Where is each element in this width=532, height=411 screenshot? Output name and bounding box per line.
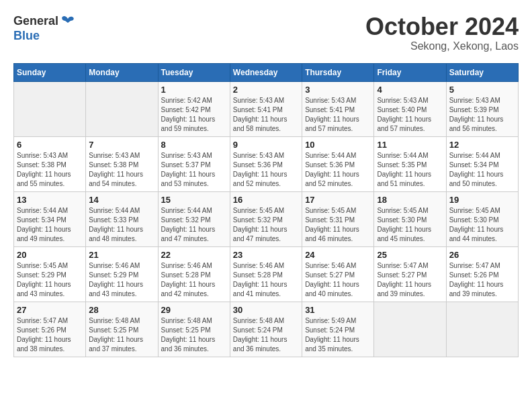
calendar-cell: 11Sunrise: 5:44 AM Sunset: 5:35 PM Dayli… (374, 136, 446, 191)
day-info: Sunrise: 5:48 AM Sunset: 5:24 PM Dayligh… (233, 316, 299, 354)
calendar-cell: 29Sunrise: 5:48 AM Sunset: 5:25 PM Dayli… (158, 302, 230, 357)
calendar-cell: 10Sunrise: 5:44 AM Sunset: 5:36 PM Dayli… (302, 136, 374, 191)
calendar-header: SundayMondayTuesdayWednesdayThursdayFrid… (14, 63, 519, 81)
day-number: 21 (89, 250, 154, 260)
day-number: 3 (305, 85, 371, 95)
day-info: Sunrise: 5:47 AM Sunset: 5:27 PM Dayligh… (377, 261, 443, 299)
day-number: 19 (449, 195, 515, 205)
calendar-week-3: 13Sunrise: 5:44 AM Sunset: 5:34 PM Dayli… (14, 191, 519, 246)
calendar-cell: 25Sunrise: 5:47 AM Sunset: 5:27 PM Dayli… (374, 246, 446, 302)
calendar-week-1: 1Sunrise: 5:42 AM Sunset: 5:42 PM Daylig… (14, 81, 519, 136)
day-number: 17 (305, 195, 371, 205)
calendar-cell: 3Sunrise: 5:43 AM Sunset: 5:41 PM Daylig… (302, 81, 374, 136)
day-info: Sunrise: 5:44 AM Sunset: 5:34 PM Dayligh… (449, 151, 515, 189)
day-info: Sunrise: 5:44 AM Sunset: 5:32 PM Dayligh… (161, 206, 227, 244)
day-number: 29 (161, 305, 227, 315)
day-of-week-monday: Monday (86, 63, 158, 81)
calendar-cell: 6Sunrise: 5:43 AM Sunset: 5:38 PM Daylig… (14, 136, 86, 191)
calendar-cell: 20Sunrise: 5:45 AM Sunset: 5:29 PM Dayli… (14, 246, 86, 302)
day-of-week-saturday: Saturday (446, 63, 518, 81)
day-info: Sunrise: 5:45 AM Sunset: 5:32 PM Dayligh… (233, 206, 299, 244)
day-number: 15 (161, 195, 227, 205)
day-number: 11 (377, 140, 443, 150)
calendar-cell: 9Sunrise: 5:43 AM Sunset: 5:36 PM Daylig… (230, 136, 302, 191)
main-title: October 2024 (365, 13, 519, 40)
calendar-body: 1Sunrise: 5:42 AM Sunset: 5:42 PM Daylig… (14, 81, 519, 357)
calendar-cell: 12Sunrise: 5:44 AM Sunset: 5:34 PM Dayli… (446, 136, 518, 191)
day-number: 22 (161, 250, 227, 260)
calendar-cell: 27Sunrise: 5:47 AM Sunset: 5:26 PM Dayli… (14, 302, 86, 357)
calendar-cell: 28Sunrise: 5:48 AM Sunset: 5:25 PM Dayli… (86, 302, 158, 357)
calendar-cell: 4Sunrise: 5:43 AM Sunset: 5:40 PM Daylig… (374, 81, 446, 136)
calendar-cell: 2Sunrise: 5:43 AM Sunset: 5:41 PM Daylig… (230, 81, 302, 136)
day-info: Sunrise: 5:43 AM Sunset: 5:38 PM Dayligh… (89, 151, 154, 189)
calendar-cell: 22Sunrise: 5:46 AM Sunset: 5:28 PM Dayli… (158, 246, 230, 302)
calendar-cell: 14Sunrise: 5:44 AM Sunset: 5:33 PM Dayli… (86, 191, 158, 246)
subtitle: Sekong, Xekong, Laos (365, 40, 519, 52)
calendar-week-4: 20Sunrise: 5:45 AM Sunset: 5:29 PM Dayli… (14, 246, 519, 302)
day-info: Sunrise: 5:42 AM Sunset: 5:42 PM Dayligh… (161, 96, 227, 134)
logo-general-text: General (13, 15, 58, 28)
calendar-cell (446, 302, 518, 357)
day-of-week-tuesday: Tuesday (158, 63, 230, 81)
calendar-week-5: 27Sunrise: 5:47 AM Sunset: 5:26 PM Dayli… (14, 302, 519, 357)
calendar-cell: 8Sunrise: 5:43 AM Sunset: 5:37 PM Daylig… (158, 136, 230, 191)
day-info: Sunrise: 5:46 AM Sunset: 5:27 PM Dayligh… (305, 261, 371, 299)
day-info: Sunrise: 5:45 AM Sunset: 5:29 PM Dayligh… (17, 261, 83, 299)
day-number: 12 (449, 140, 515, 150)
day-info: Sunrise: 5:43 AM Sunset: 5:41 PM Dayligh… (305, 96, 371, 134)
day-info: Sunrise: 5:47 AM Sunset: 5:26 PM Dayligh… (17, 316, 83, 354)
day-info: Sunrise: 5:45 AM Sunset: 5:31 PM Dayligh… (305, 206, 371, 244)
day-info: Sunrise: 5:46 AM Sunset: 5:29 PM Dayligh… (89, 261, 154, 299)
day-number: 5 (449, 85, 515, 95)
day-info: Sunrise: 5:44 AM Sunset: 5:33 PM Dayligh… (89, 206, 154, 244)
calendar-cell: 17Sunrise: 5:45 AM Sunset: 5:31 PM Dayli… (302, 191, 374, 246)
day-number: 13 (17, 195, 83, 205)
logo-blue-text: Blue (13, 30, 76, 43)
calendar-cell: 19Sunrise: 5:45 AM Sunset: 5:30 PM Dayli… (446, 191, 518, 246)
day-info: Sunrise: 5:48 AM Sunset: 5:25 PM Dayligh… (161, 316, 227, 354)
day-number: 4 (377, 85, 443, 95)
calendar-cell: 23Sunrise: 5:46 AM Sunset: 5:28 PM Dayli… (230, 246, 302, 302)
day-number: 14 (89, 195, 154, 205)
calendar-cell: 24Sunrise: 5:46 AM Sunset: 5:27 PM Dayli… (302, 246, 374, 302)
calendar-cell (86, 81, 158, 136)
day-info: Sunrise: 5:43 AM Sunset: 5:40 PM Dayligh… (377, 96, 443, 134)
day-info: Sunrise: 5:45 AM Sunset: 5:30 PM Dayligh… (449, 206, 515, 244)
day-number: 31 (305, 305, 371, 315)
calendar-table: SundayMondayTuesdayWednesdayThursdayFrid… (13, 63, 519, 357)
day-number: 27 (17, 305, 83, 315)
day-info: Sunrise: 5:44 AM Sunset: 5:34 PM Dayligh… (17, 206, 83, 244)
days-of-week-row: SundayMondayTuesdayWednesdayThursdayFrid… (14, 63, 519, 81)
day-info: Sunrise: 5:43 AM Sunset: 5:38 PM Dayligh… (17, 151, 83, 189)
day-of-week-sunday: Sunday (14, 63, 86, 81)
day-info: Sunrise: 5:47 AM Sunset: 5:26 PM Dayligh… (449, 261, 515, 299)
day-info: Sunrise: 5:48 AM Sunset: 5:25 PM Dayligh… (89, 316, 154, 354)
day-number: 18 (377, 195, 443, 205)
day-number: 30 (233, 305, 299, 315)
day-number: 6 (17, 140, 83, 150)
day-info: Sunrise: 5:46 AM Sunset: 5:28 PM Dayligh… (161, 261, 227, 299)
calendar-cell: 5Sunrise: 5:43 AM Sunset: 5:39 PM Daylig… (446, 81, 518, 136)
calendar-cell: 18Sunrise: 5:45 AM Sunset: 5:30 PM Dayli… (374, 191, 446, 246)
calendar-cell: 30Sunrise: 5:48 AM Sunset: 5:24 PM Dayli… (230, 302, 302, 357)
calendar-cell: 31Sunrise: 5:49 AM Sunset: 5:24 PM Dayli… (302, 302, 374, 357)
day-info: Sunrise: 5:43 AM Sunset: 5:36 PM Dayligh… (233, 151, 299, 189)
calendar-cell: 21Sunrise: 5:46 AM Sunset: 5:29 PM Dayli… (86, 246, 158, 302)
day-info: Sunrise: 5:44 AM Sunset: 5:36 PM Dayligh… (305, 151, 371, 189)
day-number: 10 (305, 140, 371, 150)
calendar-cell (14, 81, 86, 136)
title-block: October 2024 Sekong, Xekong, Laos (365, 13, 519, 52)
day-info: Sunrise: 5:44 AM Sunset: 5:35 PM Dayligh… (377, 151, 443, 189)
calendar-cell: 1Sunrise: 5:42 AM Sunset: 5:42 PM Daylig… (158, 81, 230, 136)
day-info: Sunrise: 5:43 AM Sunset: 5:39 PM Dayligh… (449, 96, 515, 134)
day-number: 23 (233, 250, 299, 260)
day-number: 26 (449, 250, 515, 260)
day-info: Sunrise: 5:43 AM Sunset: 5:41 PM Dayligh… (233, 96, 299, 134)
calendar-cell: 26Sunrise: 5:47 AM Sunset: 5:26 PM Dayli… (446, 246, 518, 302)
day-of-week-friday: Friday (374, 63, 446, 81)
day-info: Sunrise: 5:49 AM Sunset: 5:24 PM Dayligh… (305, 316, 371, 354)
day-info: Sunrise: 5:43 AM Sunset: 5:37 PM Dayligh… (161, 151, 227, 189)
day-number: 9 (233, 140, 299, 150)
day-of-week-wednesday: Wednesday (230, 63, 302, 81)
